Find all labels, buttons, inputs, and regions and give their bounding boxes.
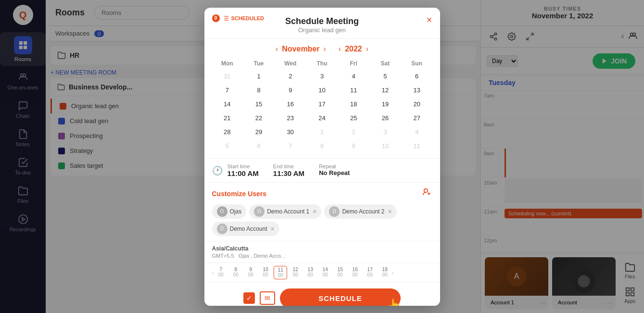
- cal-day-19[interactable]: 19: [370, 98, 401, 111]
- prev-year-btn[interactable]: ‹: [337, 45, 343, 53]
- prev-month-btn[interactable]: ‹: [274, 45, 280, 53]
- cal-day-dec6[interactable]: 6: [243, 139, 274, 152]
- cal-day-dec8[interactable]: 8: [307, 139, 338, 152]
- cal-day-dec5[interactable]: 5: [212, 139, 243, 152]
- timezone-row: Asia/Calcutta GMT+5.5 Ojas , Demo Acco..…: [204, 241, 440, 263]
- slot-12[interactable]: 1200: [289, 266, 302, 279]
- slot-18[interactable]: 1800: [378, 266, 391, 279]
- add-user-icon[interactable]: [422, 188, 432, 200]
- users-header: Customize Users: [212, 188, 432, 200]
- scheduled-count: 0: [212, 14, 220, 22]
- cal-day-10[interactable]: 10: [307, 84, 338, 97]
- slot-17[interactable]: 1700: [363, 266, 377, 279]
- cal-day-1[interactable]: 1: [243, 70, 274, 83]
- cal-day-4[interactable]: 4: [338, 70, 369, 83]
- cal-day-31[interactable]: 31: [212, 70, 243, 83]
- cal-day-30[interactable]: 30: [275, 125, 306, 138]
- cal-day-11[interactable]: 11: [338, 84, 369, 97]
- modal-title: Schedule Meeting: [285, 16, 359, 26]
- cal-day-18[interactable]: 18: [338, 98, 369, 111]
- modal-subtitle: Organic lead gen: [298, 26, 346, 34]
- next-month-btn[interactable]: ›: [322, 45, 328, 53]
- modal-calendar: ‹ November › ‹ 2022 › Mon Tue Wed Thu Fr…: [204, 39, 440, 158]
- cal-day-7[interactable]: 7: [212, 84, 243, 97]
- user-chip-demo2: D Demo Account 2 ×: [324, 204, 396, 219]
- user-name-demo1: Demo Account 1: [267, 208, 309, 215]
- slot-14[interactable]: 1400: [318, 266, 332, 279]
- tz-name: Asia/Calcutta: [212, 245, 432, 252]
- repeat-label: Repeat: [319, 163, 350, 169]
- slot-8[interactable]: 800: [229, 266, 242, 279]
- remove-demo2-btn[interactable]: ×: [388, 208, 392, 215]
- scroll-right-btn[interactable]: ›: [391, 269, 394, 276]
- user-chip-demo: D Demo Account ×: [212, 222, 279, 236]
- modal-footer: ✓ ✉ SCHEDULE 👆: [204, 282, 440, 306]
- remove-demo1-btn[interactable]: ×: [313, 208, 316, 215]
- slot-9[interactable]: 900: [244, 266, 257, 279]
- cal-day-12[interactable]: 12: [370, 84, 401, 97]
- cal-day-22[interactable]: 22: [243, 112, 274, 125]
- schedule-button[interactable]: SCHEDULE: [280, 288, 401, 306]
- cal-day-2[interactable]: 2: [275, 70, 306, 83]
- end-time-value[interactable]: 11:30 AM: [273, 169, 304, 177]
- cal-day-17[interactable]: 17: [307, 98, 338, 111]
- user-chip-demo1: D Demo Account 1 ×: [249, 204, 321, 219]
- slot-10[interactable]: 1000: [259, 266, 272, 279]
- cal-day-27[interactable]: 27: [402, 112, 432, 125]
- time-slots-scroll[interactable]: ‹ 700 800 900 1000 1100 1200 1300 1400 1…: [204, 263, 440, 282]
- cal-day-dec4[interactable]: 4: [402, 125, 432, 138]
- svg-point-28: [424, 188, 427, 192]
- cursor-icon: 👆: [387, 298, 402, 306]
- cal-header-wed: Wed: [275, 58, 306, 69]
- cal-day-28[interactable]: 28: [212, 125, 243, 138]
- cal-day-23[interactable]: 23: [275, 112, 306, 125]
- cal-day-6[interactable]: 6: [402, 70, 432, 83]
- start-time-value[interactable]: 11:00 AM: [227, 169, 259, 177]
- user-chip-ojas: O Ojas: [212, 204, 247, 219]
- cal-day-dec3[interactable]: 3: [370, 125, 401, 138]
- cal-day-5[interactable]: 5: [370, 70, 401, 83]
- cal-day-8[interactable]: 8: [243, 84, 274, 97]
- user-name-ojas: Ojas: [230, 208, 242, 215]
- cal-day-dec10[interactable]: 10: [370, 139, 401, 152]
- cal-day-dec11[interactable]: 11: [402, 139, 432, 152]
- slot-13[interactable]: 1300: [303, 266, 317, 279]
- avatar-demo2: D: [329, 206, 340, 217]
- repeat-field: Repeat No Repeat: [319, 163, 350, 176]
- schedule-meeting-modal: 0 SCHEDULED Schedule Meeting Organic lea…: [204, 8, 440, 306]
- cal-header-fri: Fri: [338, 58, 369, 69]
- remove-demo-btn[interactable]: ×: [271, 225, 275, 233]
- cal-day-29[interactable]: 29: [243, 125, 274, 138]
- check-toggle[interactable]: ✓: [243, 292, 255, 304]
- cal-day-dec9[interactable]: 9: [338, 139, 369, 152]
- cal-day-20[interactable]: 20: [402, 98, 432, 111]
- cal-day-3[interactable]: 3: [307, 70, 338, 83]
- cal-day-14[interactable]: 14: [212, 98, 243, 111]
- cal-day-21[interactable]: 21: [212, 112, 243, 125]
- modal-close-button[interactable]: ×: [427, 14, 432, 25]
- cal-day-dec2[interactable]: 2: [338, 125, 369, 138]
- repeat-value[interactable]: No Repeat: [319, 169, 350, 176]
- cal-day-13[interactable]: 13: [402, 84, 432, 97]
- month-nav: ‹ November ›: [274, 45, 328, 53]
- cal-day-26[interactable]: 26: [370, 112, 401, 125]
- slot-15[interactable]: 1500: [333, 266, 347, 279]
- email-toggle[interactable]: ✉: [260, 291, 275, 305]
- modal-overlay: 0 SCHEDULED Schedule Meeting Organic lea…: [0, 0, 644, 313]
- cal-day-dec7[interactable]: 7: [275, 139, 306, 152]
- users-section: Customize Users O Ojas D Demo Account 1 …: [204, 182, 440, 241]
- cal-day-24[interactable]: 24: [307, 112, 338, 125]
- slot-11[interactable]: 1100: [274, 266, 287, 279]
- slot-7[interactable]: 700: [214, 266, 227, 279]
- time-slots-list: 700 800 900 1000 1100 1200 1300 1400 150…: [214, 266, 391, 279]
- users-list: O Ojas D Demo Account 1 × D Demo Account…: [212, 204, 432, 236]
- next-year-btn[interactable]: ›: [364, 45, 370, 53]
- cal-day-15[interactable]: 15: [243, 98, 274, 111]
- cal-day-9[interactable]: 9: [275, 84, 306, 97]
- cal-day-16[interactable]: 16: [275, 98, 306, 111]
- slot-16[interactable]: 1600: [348, 266, 362, 279]
- year-nav: ‹ 2022 ›: [337, 45, 370, 53]
- cal-header-thu: Thu: [307, 58, 338, 69]
- cal-day-dec1[interactable]: 1: [307, 125, 338, 138]
- cal-day-25[interactable]: 25: [338, 112, 369, 125]
